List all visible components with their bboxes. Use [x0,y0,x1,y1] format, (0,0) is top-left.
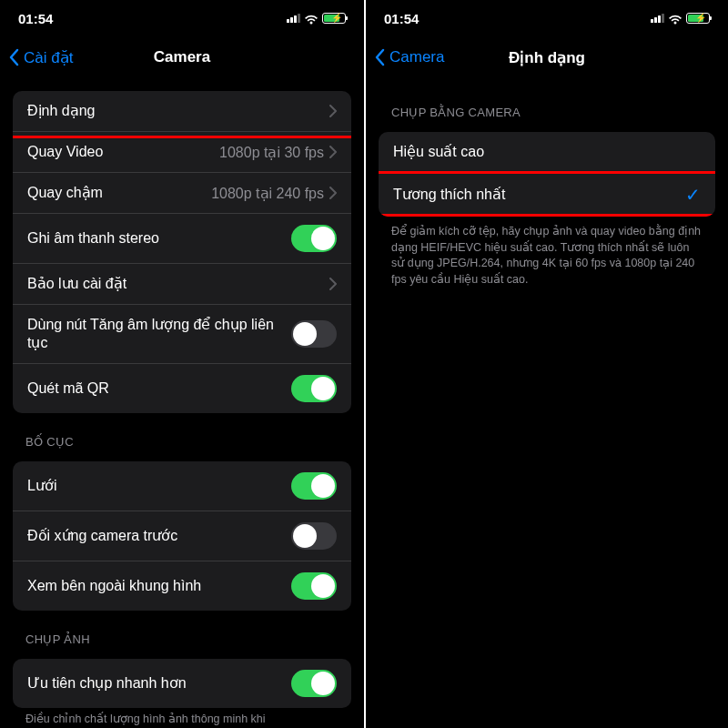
row-record-video[interactable]: Quay Video 1080p tại 30 fps [13,131,351,172]
section-header-capture: CHỤP ẢNH [0,611,364,652]
back-label: Camera [389,48,444,66]
section-header-camera-capture: CHỤP BẰNG CAMERA [366,78,728,125]
row-high-efficiency[interactable]: Hiệu suất cao [379,132,715,172]
battery-icon: ⚡ [686,13,710,24]
row-preserve-settings[interactable]: Bảo lưu cài đặt [13,263,351,304]
toggle-outside-frame[interactable] [291,572,337,600]
toggle-stereo[interactable] [291,225,337,252]
toggle-grid[interactable] [291,472,337,500]
settings-content: Định dạng Quay Video 1080p tại 30 fps Qu… [0,78,364,728]
row-label: Tương thích nhất [393,186,685,204]
phone-screenshot-left: 01:54 ⚡ Cài đặt Camera Định dạng Quay Vi… [0,0,364,728]
row-label: Ưu tiên chụp nhanh hơn [27,674,291,693]
battery-icon: ⚡ [322,13,346,24]
row-stereo[interactable]: Ghi âm thanh stereo [13,213,351,263]
chevron-right-icon [329,146,337,158]
chevron-left-icon [9,48,20,66]
row-label: Dùng nút Tăng âm lượng để chụp liên tục [27,316,291,352]
back-button[interactable]: Camera [375,48,444,66]
chevron-right-icon [329,278,337,290]
row-prioritize-faster[interactable]: Ưu tiên chụp nhanh hơn [13,659,351,708]
back-label: Cài đặt [24,48,73,67]
row-grid[interactable]: Lưới [13,461,351,511]
section-header-composition: BỐ CỤC [0,413,364,454]
row-label: Đối xứng camera trước [27,527,291,545]
row-label: Bảo lưu cài đặt [27,275,329,293]
row-outside-frame[interactable]: Xem bên ngoài khung hình [13,561,351,611]
back-button[interactable]: Cài đặt [9,48,73,67]
row-label: Xem bên ngoài khung hình [27,577,291,595]
row-label: Lưới [27,477,291,495]
status-time: 01:54 [18,11,53,26]
row-label: Quay chậm [27,184,211,202]
footer-description: Để giảm kích cỡ tệp, hãy chụp ảnh và qua… [366,217,728,288]
chevron-right-icon [329,105,337,117]
phone-screenshot-right: 01:54 ⚡ Camera Định dạng CHỤP BẰNG CAMER… [364,0,728,728]
row-label: Hiệu suất cao [393,143,701,161]
row-qr[interactable]: Quét mã QR [13,363,351,413]
row-label: Quay Video [27,143,219,161]
toggle-volume-burst[interactable] [291,320,337,348]
wifi-icon [668,13,682,24]
status-icons: ⚡ [287,13,346,24]
chevron-right-icon [329,187,337,199]
row-label: Quét mã QR [27,379,291,398]
cellular-signal-icon [287,14,300,23]
status-time: 01:54 [384,11,419,26]
nav-bar: Cài đặt Camera [0,36,364,78]
row-value: 1080p tại 240 fps [211,185,324,202]
row-mirror-front[interactable]: Đối xứng camera trước [13,511,351,561]
footer-text-cut: Điều chỉnh chất lượng hình ảnh thông min… [0,708,364,728]
toggle-mirror-front[interactable] [291,522,337,550]
chevron-left-icon [375,48,386,66]
row-format[interactable]: Định dạng [13,91,351,131]
status-bar: 01:54 ⚡ [0,0,364,36]
checkmark-icon: ✓ [685,184,701,206]
row-slow-mo[interactable]: Quay chậm 1080p tại 240 fps [13,172,351,213]
cellular-signal-icon [651,14,664,23]
toggle-prioritize-faster[interactable] [291,670,337,697]
row-label: Ghi âm thanh stereo [27,229,291,248]
row-label: Định dạng [27,102,329,120]
nav-bar: Camera Định dạng [366,36,728,78]
row-value: 1080p tại 30 fps [219,144,324,161]
toggle-qr[interactable] [291,375,337,402]
settings-content: CHỤP BẰNG CAMERA Hiệu suất cao Tương thí… [366,78,728,728]
row-volume-burst[interactable]: Dùng nút Tăng âm lượng để chụp liên tục [13,304,351,363]
status-icons: ⚡ [651,13,710,24]
row-most-compatible[interactable]: Tương thích nhất ✓ [379,172,715,217]
status-bar: 01:54 ⚡ [366,0,728,36]
wifi-icon [304,13,318,24]
